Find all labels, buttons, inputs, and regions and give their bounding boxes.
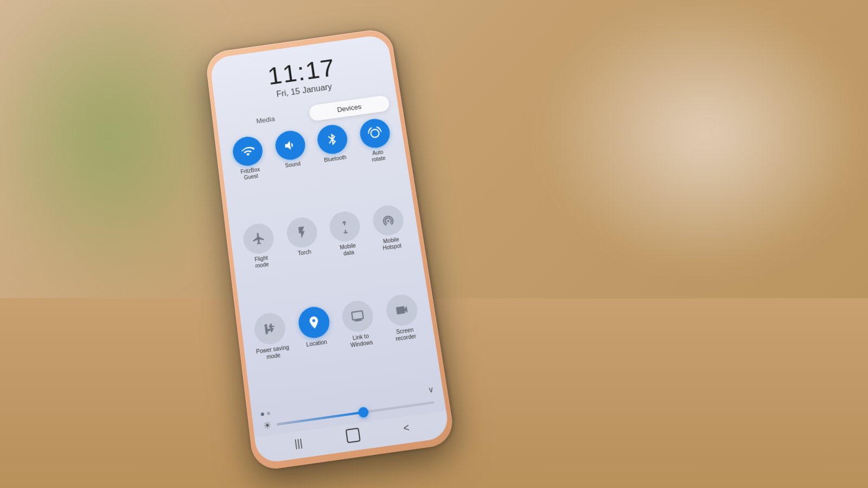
- toggle-circle-bluetooth: [316, 123, 349, 156]
- torch-icon: [294, 224, 310, 240]
- toggle-circle-torch: [285, 215, 319, 249]
- phone-wrapper: 11:17 Fri, 15 January Media Devices: [180, 0, 510, 488]
- toggle-label-powersaving: Power savingmode: [256, 344, 291, 362]
- toggle-label-flightmode: Flightmode: [254, 254, 269, 269]
- brightness-icon: ☀: [263, 420, 272, 432]
- sound-icon: [283, 138, 298, 153]
- toggle-label-mobilehotspot: MobileHotspot: [381, 236, 402, 252]
- toggle-label-screenrecorder: Screenrecorder: [394, 326, 417, 343]
- toggle-circle-autorotate: [358, 117, 392, 150]
- toggle-label-bluetooth: Bluetooth: [324, 154, 347, 163]
- toggle-circle-mobiledata: [328, 209, 362, 243]
- toggle-location[interactable]: Location: [291, 304, 344, 400]
- flight-icon: [251, 230, 266, 246]
- toggle-wifi[interactable]: FritzBoxGuest: [227, 134, 277, 223]
- expand-button[interactable]: ∨: [427, 384, 435, 394]
- toggle-label-wifi: FritzBoxGuest: [240, 166, 261, 182]
- toggle-circle-screenrecorder: [384, 293, 419, 328]
- toggle-label-torch: Torch: [297, 248, 311, 256]
- toggle-circle-mobilehotspot: [371, 203, 406, 237]
- toggle-circle-flightmode: [242, 221, 276, 255]
- autorotate-icon: [367, 126, 382, 141]
- toggle-label-location: Location: [306, 339, 328, 349]
- toggle-flightmode[interactable]: Flightmode: [237, 221, 288, 313]
- phone-screen: 11:17 Fri, 15 January Media Devices: [209, 34, 450, 464]
- toggle-circle-location: [297, 305, 331, 341]
- linktowindows-icon: [350, 309, 366, 325]
- location-icon: [306, 314, 322, 331]
- toggle-circle-linktowindows: [340, 299, 375, 334]
- toggle-label-mobiledata: Mobiledata: [340, 242, 358, 258]
- toggle-sound[interactable]: Sound: [269, 128, 319, 217]
- toggle-autorotate[interactable]: Autorotate: [353, 117, 405, 206]
- bluetooth-icon: [325, 132, 341, 147]
- toggle-label-autorotate: Autorotate: [371, 149, 386, 163]
- slider-thumb[interactable]: [358, 406, 369, 418]
- nav-home[interactable]: [345, 428, 360, 444]
- pagination: [260, 407, 271, 418]
- phone-body: 11:17 Fri, 15 January Media Devices: [205, 28, 456, 472]
- wifi-icon: [240, 144, 256, 159]
- toggle-torch[interactable]: Torch: [280, 215, 331, 307]
- toggle-screenrecorder[interactable]: Screenrecorder: [379, 292, 433, 388]
- toggle-mobilehotspot[interactable]: MobileHotspot: [366, 203, 419, 294]
- pagination-dot-1: [260, 412, 264, 416]
- toggle-circle-sound: [273, 129, 307, 162]
- toggle-label-linktowindows: Link toWindows: [349, 332, 374, 349]
- nav-recent[interactable]: |||: [294, 436, 303, 450]
- toggle-label-sound: Sound: [285, 160, 301, 169]
- screenrecorder-icon: [393, 302, 410, 318]
- toggles-grid: FritzBoxGuest Sound: [219, 113, 442, 409]
- toggle-circle-powersaving: [253, 311, 287, 346]
- scene: 11:17 Fri, 15 January Media Devices: [0, 0, 868, 488]
- toggle-powersaving[interactable]: Power savingmode: [248, 311, 300, 406]
- bg-blur-right: [542, 0, 868, 271]
- toggle-circle-wifi: [231, 135, 264, 168]
- toggle-bluetooth[interactable]: Bluetooth: [311, 123, 362, 211]
- screen-content: 11:17 Fri, 15 January Media Devices: [209, 34, 450, 464]
- nav-back[interactable]: <: [403, 421, 410, 434]
- pagination-dot-2: [267, 412, 271, 415]
- hotspot-icon: [380, 213, 397, 228]
- powersaving-icon: [262, 320, 278, 337]
- mobiledata-icon: [337, 219, 353, 234]
